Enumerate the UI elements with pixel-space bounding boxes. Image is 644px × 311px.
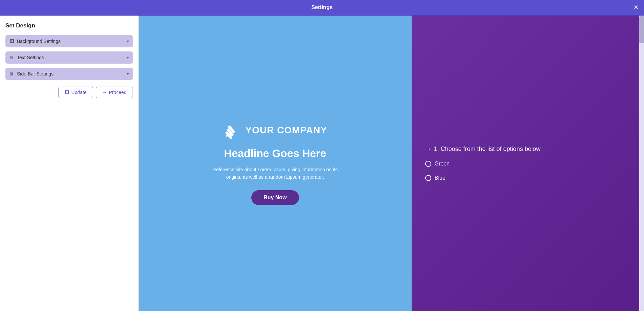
preview-blue-section: YOUR COMPANY Headline Goes Here Referenc…	[139, 16, 412, 311]
modal-body: Set Design 🖼 Background Settings ▾ 🖥 Tex…	[0, 15, 644, 311]
modal-titlebar: Settings ✕	[0, 0, 644, 15]
settings-modal: Settings ✕ Set Design 🖼 Background Setti…	[0, 0, 644, 311]
chevron-down-icon: ▾	[127, 39, 129, 44]
choose-label: → 1. Choose from the list of options bel…	[425, 146, 626, 153]
chevron-down-icon-2: ▾	[127, 55, 129, 60]
preview-purple-section: → 1. Choose from the list of options bel…	[412, 16, 639, 311]
background-icon: 🖼	[9, 39, 14, 44]
scroll-thumb	[639, 16, 644, 43]
svg-point-3	[226, 135, 228, 137]
preview-body-text: Reference site about Lorem Ipsum, giving…	[211, 166, 339, 181]
button-row: 🖼 Update → Proceed	[5, 87, 133, 98]
radio-circle-blue	[425, 175, 431, 181]
company-logo: YOUR COMPANY	[223, 121, 327, 139]
modal-title: Settings	[311, 4, 332, 10]
company-name-text: YOUR COMPANY	[246, 125, 327, 136]
update-button[interactable]: 🖼 Update	[58, 87, 93, 98]
proceed-arrow-icon: →	[102, 90, 107, 95]
chevron-down-icon-3: ▾	[127, 71, 129, 76]
accordion-text[interactable]: 🖥 Text Settings ▾	[5, 51, 133, 64]
set-design-title: Set Design	[5, 22, 133, 29]
accordion-text-label: Text Settings	[17, 55, 44, 60]
arrow-icon: →	[425, 146, 431, 153]
proceed-button[interactable]: → Proceed	[96, 87, 133, 98]
svg-point-4	[229, 135, 231, 137]
radio-option-green[interactable]: Green	[425, 161, 626, 167]
accordion-background-label: Background Settings	[17, 39, 61, 44]
update-icon: 🖼	[65, 90, 69, 95]
radio-option-blue[interactable]: Blue	[425, 175, 626, 181]
left-panel: Set Design 🖼 Background Settings ▾ 🖥 Tex…	[0, 16, 139, 311]
buy-now-button[interactable]: Buy Now	[251, 190, 299, 205]
accordion-sidebar[interactable]: 🖥 Side Bar Settings ▾	[5, 68, 133, 80]
text-icon: 🖥	[9, 55, 14, 60]
close-button[interactable]: ✕	[634, 4, 639, 10]
preview-area: YOUR COMPANY Headline Goes Here Referenc…	[139, 16, 644, 311]
company-logo-icon	[223, 121, 241, 139]
radio-circle-green	[425, 161, 431, 167]
scrollbar[interactable]	[639, 16, 644, 311]
preview-headline: Headline Goes Here	[224, 147, 326, 160]
accordion-sidebar-label: Side Bar Settings	[17, 71, 53, 76]
sidebar-icon: 🖥	[9, 71, 14, 76]
accordion-background[interactable]: 🖼 Background Settings ▾	[5, 35, 133, 47]
